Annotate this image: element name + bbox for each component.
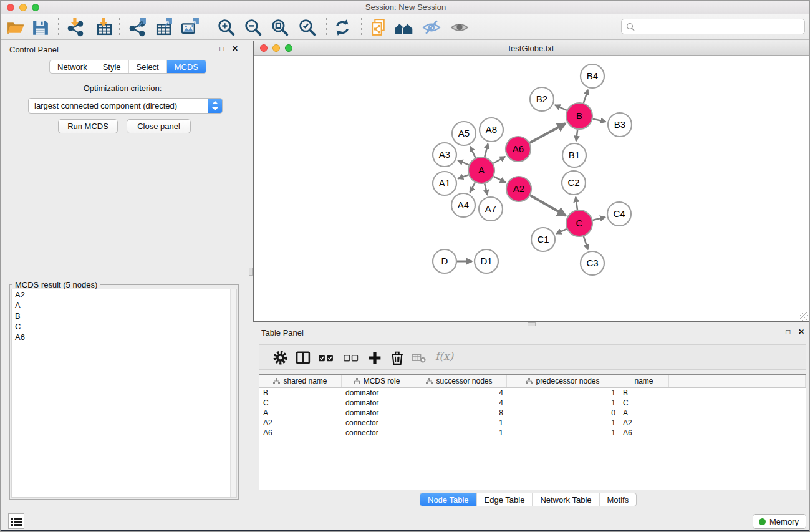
search-input[interactable] bbox=[638, 21, 800, 32]
cell-predecessor-nodes[interactable]: 0 bbox=[507, 408, 619, 418]
node-A6[interactable]: A6 bbox=[506, 137, 531, 162]
edge-B-B2[interactable] bbox=[555, 105, 567, 110]
edge-B-B1[interactable] bbox=[576, 130, 577, 141]
tab-motifs[interactable]: Motifs bbox=[599, 493, 637, 506]
tab-select[interactable]: Select bbox=[128, 60, 166, 73]
edge-C-C3[interactable] bbox=[584, 236, 588, 249]
column-settings-button[interactable] bbox=[272, 350, 288, 366]
result-list-item[interactable]: C bbox=[12, 321, 236, 332]
node-A2[interactable]: A2 bbox=[506, 177, 531, 201]
refresh-button[interactable] bbox=[332, 17, 352, 37]
result-list-item[interactable]: A6 bbox=[12, 332, 236, 342]
cell-shared-name[interactable]: A2 bbox=[259, 418, 342, 428]
mcds-result-list[interactable]: A2ABCA6 bbox=[11, 289, 237, 498]
node-D[interactable]: D bbox=[433, 249, 456, 273]
node-B[interactable]: B bbox=[566, 103, 592, 129]
column-header-MCDS-role[interactable]: MCDS role bbox=[342, 375, 412, 387]
edge-C-C2[interactable] bbox=[576, 197, 577, 210]
node-B4[interactable]: B4 bbox=[581, 64, 604, 88]
network-graph[interactable]: AA5A8A3A1A4A7A6A2BB4B2B3B1CC2C4C1C3DD1 bbox=[254, 56, 809, 321]
node-C1[interactable]: C1 bbox=[531, 228, 555, 251]
node-C2[interactable]: C2 bbox=[562, 171, 586, 195]
result-list-scrollbar[interactable] bbox=[230, 289, 236, 497]
cell-name[interactable]: A2 bbox=[619, 418, 669, 428]
new-network-button[interactable] bbox=[369, 17, 389, 37]
zoom-in-button[interactable] bbox=[216, 17, 236, 37]
tab-node-table[interactable]: Node Table bbox=[420, 493, 476, 506]
cell-successor-nodes[interactable]: 4 bbox=[412, 388, 507, 398]
cell-MCDS-role[interactable]: dominator bbox=[342, 398, 412, 408]
tab-style[interactable]: Style bbox=[95, 60, 128, 73]
table-row[interactable]: A6connector11A6 bbox=[259, 428, 806, 438]
cell-shared-name[interactable]: A6 bbox=[259, 428, 342, 438]
export-image-button[interactable] bbox=[180, 17, 200, 37]
task-history-button[interactable] bbox=[8, 513, 24, 529]
column-header-successor-nodes[interactable]: successor nodes bbox=[412, 375, 507, 387]
edge-A-A5[interactable] bbox=[470, 147, 476, 158]
result-list-item[interactable]: A bbox=[12, 300, 236, 311]
cell-successor-nodes[interactable]: 1 bbox=[412, 418, 507, 428]
table-row[interactable]: A2connector11A2 bbox=[259, 418, 806, 428]
node-D1[interactable]: D1 bbox=[475, 249, 498, 273]
edge-B-B4[interactable] bbox=[584, 90, 588, 103]
edge-A-A3[interactable] bbox=[458, 160, 469, 165]
cell-shared-name[interactable]: C bbox=[259, 398, 342, 408]
cell-successor-nodes[interactable]: 8 bbox=[412, 408, 507, 418]
node-C4[interactable]: C4 bbox=[607, 202, 631, 226]
network-canvas[interactable]: AA5A8A3A1A4A7A6A2BB4B2B3B1CC2C4C1C3DD1 bbox=[254, 56, 809, 321]
select-all-columns-button[interactable] bbox=[318, 350, 334, 366]
tab-network-table[interactable]: Network Table bbox=[532, 493, 599, 506]
open-session-button[interactable] bbox=[6, 17, 26, 37]
memory-button[interactable]: Memory bbox=[753, 514, 806, 529]
node-B1[interactable]: B1 bbox=[562, 143, 586, 167]
node-A[interactable]: A bbox=[468, 157, 494, 183]
cell-shared-name[interactable]: B bbox=[259, 388, 342, 398]
cell-MCDS-role[interactable]: connector bbox=[342, 428, 412, 438]
edge-A6-B[interactable] bbox=[529, 123, 566, 143]
resize-grip-icon[interactable] bbox=[800, 312, 808, 321]
cell-MCDS-role[interactable]: dominator bbox=[342, 388, 412, 398]
export-network-button[interactable] bbox=[127, 17, 147, 37]
close-panel-icon[interactable]: ✕ bbox=[232, 44, 238, 53]
import-network-button[interactable] bbox=[65, 17, 85, 37]
edge-B-B3[interactable] bbox=[593, 119, 606, 122]
save-session-button[interactable] bbox=[31, 17, 51, 37]
cell-shared-name[interactable]: A bbox=[259, 408, 342, 418]
node-C3[interactable]: C3 bbox=[581, 251, 604, 275]
cell-predecessor-nodes[interactable]: 1 bbox=[507, 418, 619, 428]
node-B3[interactable]: B3 bbox=[608, 113, 632, 137]
edge-A-A8[interactable] bbox=[485, 143, 488, 157]
node-A5[interactable]: A5 bbox=[452, 122, 476, 145]
cell-predecessor-nodes[interactable]: 1 bbox=[507, 388, 619, 398]
node-table[interactable]: shared nameMCDS rolesuccessor nodesprede… bbox=[259, 374, 806, 490]
tab-edge-table[interactable]: Edge Table bbox=[476, 493, 533, 506]
create-column-button[interactable] bbox=[367, 350, 383, 366]
table-row[interactable]: Bdominator41B bbox=[259, 388, 806, 398]
edge-C-C1[interactable] bbox=[556, 229, 567, 234]
edge-C-C4[interactable] bbox=[592, 217, 605, 220]
table-close-panel-icon[interactable]: ✕ bbox=[798, 327, 804, 336]
edge-A2-C[interactable] bbox=[530, 195, 566, 215]
search-box[interactable] bbox=[621, 19, 805, 34]
cell-name[interactable]: A6 bbox=[619, 428, 669, 438]
unselect-all-columns-button[interactable] bbox=[343, 350, 359, 366]
edge-A-A2[interactable] bbox=[494, 177, 506, 182]
node-A3[interactable]: A3 bbox=[433, 143, 456, 167]
node-A1[interactable]: A1 bbox=[433, 172, 456, 195]
cell-predecessor-nodes[interactable]: 1 bbox=[507, 428, 619, 438]
column-header-predecessor-nodes[interactable]: predecessor nodes bbox=[507, 375, 619, 387]
zoom-fit-button[interactable] bbox=[270, 17, 290, 37]
edge-A-A1[interactable] bbox=[458, 175, 469, 178]
hide-button[interactable] bbox=[422, 17, 441, 37]
result-list-item[interactable]: B bbox=[12, 311, 236, 321]
node-B2[interactable]: B2 bbox=[530, 87, 554, 111]
node-A4[interactable]: A4 bbox=[451, 193, 475, 217]
network-window-titlebar[interactable]: testGlobe.txt bbox=[254, 41, 809, 56]
tab-mcds[interactable]: MCDS bbox=[166, 60, 206, 73]
show-column-panel-button[interactable] bbox=[295, 350, 311, 366]
edge-A-A7[interactable] bbox=[485, 183, 487, 195]
cell-MCDS-role[interactable]: dominator bbox=[342, 408, 412, 418]
home-layout-button[interactable] bbox=[394, 17, 414, 37]
node-C[interactable]: C bbox=[566, 210, 592, 236]
delete-column-button[interactable] bbox=[389, 350, 405, 366]
